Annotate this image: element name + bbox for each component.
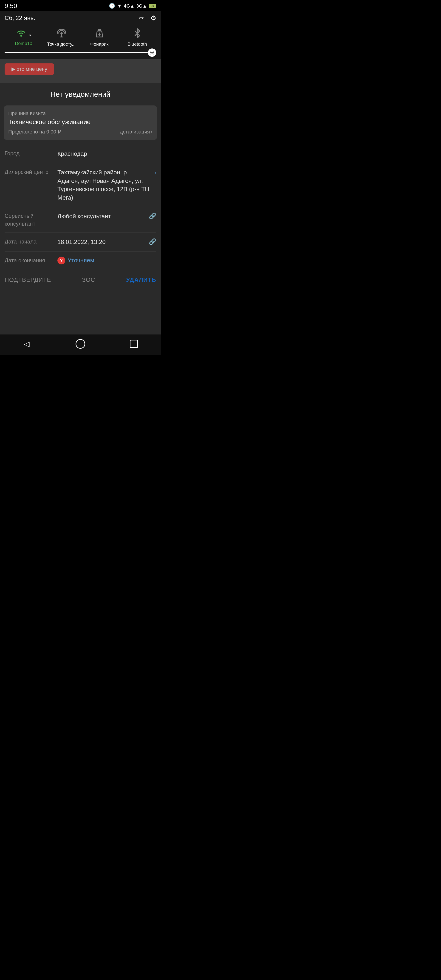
back-button[interactable]: ◁ <box>20 339 34 349</box>
svg-point-7 <box>151 52 153 54</box>
start-date-label: Дата начала <box>5 238 55 246</box>
info-section: Город Краснодар Дилерский центр Тахтамук… <box>0 142 161 272</box>
qs-hotspot-label: Точка досту... <box>47 41 76 47</box>
action-row: ПОДТВЕРДИТЕ ЗОС УДАЛИТЬ <box>0 272 161 288</box>
time: 9:50 <box>5 2 17 10</box>
dealer-label: Дилерский центр <box>5 168 55 176</box>
navigation-bar: ◁ <box>0 334 161 355</box>
panel-header: Сб, 22 янв. ✏ ⚙ <box>5 14 156 22</box>
start-date-edit-icon[interactable]: 🔗 <box>149 238 156 245</box>
detail-chevron-icon: › <box>151 129 153 135</box>
dealer-value-row: Тахтамукайский район, р. Адыгея, аул Нов… <box>55 168 156 202</box>
city-value: Краснодар <box>55 150 156 158</box>
wifi-icon: ▾ <box>16 29 31 39</box>
main-content: ▶ это мне цену Нет уведомлений Причина в… <box>0 59 161 334</box>
svg-line-15 <box>150 54 151 54</box>
info-row-end-date: Дата окончания ? Уточняем <box>5 251 156 269</box>
consultant-value: Любой консультант <box>57 212 146 220</box>
info-row-start-date[interactable]: Дата начала 18.01.2022, 13:20 🔗 <box>5 233 156 251</box>
start-date-value-row: 18.01.2022, 13:20 🔗 <box>55 238 156 246</box>
svg-point-0 <box>21 35 22 37</box>
alarm-icon: 🕐 <box>109 3 115 9</box>
card-detail-button[interactable]: детализация › <box>120 129 153 135</box>
status-icons: 🕐 ▼ 4G▲ 3G▲ 97 <box>109 3 156 9</box>
qs-flashlight[interactable]: Фонарик <box>84 28 115 47</box>
consultant-label: Сервисный консультант <box>5 212 55 228</box>
city-label: Город <box>5 150 55 158</box>
app-behind-area: ▶ это мне цену <box>0 59 161 83</box>
4g-icon: 4G▲ <box>124 3 134 9</box>
end-date-label: Дата окончания <box>5 256 55 264</box>
book-button[interactable]: ЗОС <box>82 276 95 283</box>
clarify-text: Уточняем <box>67 257 94 264</box>
dealer-value: Тахтамукайский район, р. Адыгея, аул Нов… <box>57 168 152 202</box>
clarify-icon: ? <box>57 256 65 264</box>
qs-hotspot[interactable]: Точка досту... <box>47 28 76 47</box>
consultant-edit-icon[interactable]: 🔗 <box>149 213 156 220</box>
visit-reason-label: Причина визита <box>8 110 153 116</box>
card-price: Предложено на 0,00 ₽ <box>8 129 61 135</box>
svg-line-14 <box>153 51 154 51</box>
clarify-row: ? Уточняем <box>57 256 94 264</box>
brightness-thumb[interactable] <box>148 48 156 57</box>
visit-reason-value: Техническое обслуживание <box>8 118 153 126</box>
flashlight-icon <box>95 28 104 40</box>
hotspot-icon <box>56 28 67 40</box>
panel-date: Сб, 22 янв. <box>5 14 35 22</box>
spacer <box>0 288 161 307</box>
delete-button[interactable]: УДАЛИТЬ <box>126 276 156 283</box>
recents-button[interactable] <box>127 339 141 349</box>
back-icon: ◁ <box>24 339 30 348</box>
brightness-slider[interactable] <box>5 52 156 53</box>
behind-button: ▶ это мне цену <box>5 64 54 75</box>
wifi-status-icon: ▼ <box>117 3 122 9</box>
home-icon <box>76 339 85 349</box>
brightness-row[interactable] <box>5 51 156 54</box>
qs-bluetooth-label: Bluetooth <box>127 41 147 47</box>
visit-reason-card: Причина визита Техническое обслуживание … <box>4 105 157 140</box>
no-notifications-banner: Нет уведомлений <box>0 83 161 103</box>
consultant-value-row: Любой консультант 🔗 <box>55 212 156 220</box>
info-row-city: Город Краснодар <box>5 145 156 163</box>
notification-panel: Сб, 22 янв. ✏ ⚙ ▾ Domb10 <box>0 11 161 59</box>
card-footer: Предложено на 0,00 ₽ детализация › <box>8 129 153 135</box>
wifi-dropdown-arrow: ▾ <box>29 33 31 37</box>
dealer-chevron-icon: › <box>154 169 156 176</box>
svg-line-12 <box>150 51 151 51</box>
3g-icon: 3G▲ <box>137 3 147 9</box>
confirm-button[interactable]: ПОДТВЕРДИТЕ <box>5 276 51 283</box>
home-button[interactable] <box>73 339 87 349</box>
qs-flashlight-label: Фонарик <box>90 41 109 47</box>
end-date-value-row: ? Уточняем <box>55 256 156 264</box>
battery-icon: 97 <box>149 4 156 8</box>
start-date-value: 18.01.2022, 13:20 <box>57 238 146 246</box>
qs-wifi[interactable]: ▾ Domb10 <box>9 29 38 46</box>
edit-icon[interactable]: ✏ <box>139 14 144 22</box>
info-row-consultant[interactable]: Сервисный консультант Любой консультант … <box>5 207 156 233</box>
status-bar: 9:50 🕐 ▼ 4G▲ 3G▲ 97 <box>0 0 161 11</box>
recents-icon <box>130 340 138 348</box>
no-notifications-text: Нет уведомлений <box>50 90 110 98</box>
panel-header-actions: ✏ ⚙ <box>139 14 156 22</box>
qs-bluetooth[interactable]: Bluetooth <box>123 28 152 47</box>
info-row-dealer[interactable]: Дилерский центр Тахтамукайский район, р.… <box>5 163 156 207</box>
quick-settings-row: ▾ Domb10 Точка досту... <box>5 26 156 51</box>
qs-wifi-label: Domb10 <box>15 41 32 46</box>
settings-icon[interactable]: ⚙ <box>150 14 156 22</box>
bluetooth-icon <box>133 28 142 40</box>
svg-line-13 <box>153 54 154 54</box>
